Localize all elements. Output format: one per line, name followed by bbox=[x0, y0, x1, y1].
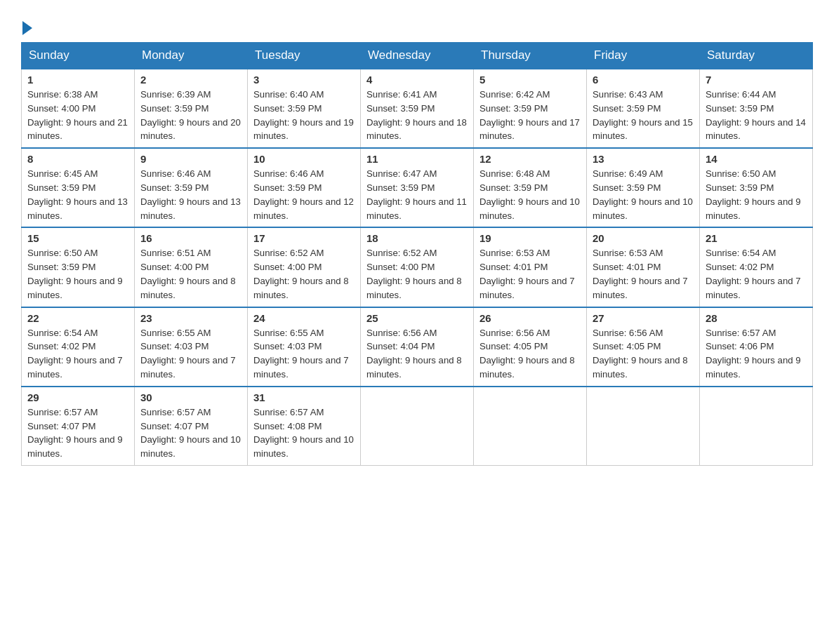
calendar-day-20: 20 Sunrise: 6:53 AMSunset: 4:01 PMDaylig… bbox=[587, 227, 700, 307]
day-number: 20 bbox=[593, 232, 694, 244]
calendar-header-sunday: Sunday bbox=[22, 43, 135, 69]
calendar-day-empty bbox=[587, 387, 700, 466]
page-header bbox=[21, 14, 813, 35]
calendar-day-10: 10 Sunrise: 6:46 AMSunset: 3:59 PMDaylig… bbox=[248, 148, 361, 227]
calendar-header-saturday: Saturday bbox=[700, 43, 813, 69]
day-number: 28 bbox=[706, 312, 807, 324]
day-info: Sunrise: 6:53 AMSunset: 4:01 PMDaylight:… bbox=[593, 248, 688, 300]
calendar-day-29: 29 Sunrise: 6:57 AMSunset: 4:07 PMDaylig… bbox=[22, 387, 135, 466]
day-number: 26 bbox=[479, 312, 581, 324]
day-number: 25 bbox=[366, 312, 468, 324]
day-info: Sunrise: 6:54 AMSunset: 4:02 PMDaylight:… bbox=[27, 328, 123, 380]
calendar-table: SundayMondayTuesdayWednesdayThursdayFrid… bbox=[21, 42, 813, 466]
calendar-day-24: 24 Sunrise: 6:55 AMSunset: 4:03 PMDaylig… bbox=[248, 307, 361, 387]
calendar-week-row-4: 22 Sunrise: 6:54 AMSunset: 4:02 PMDaylig… bbox=[22, 307, 813, 387]
calendar-header-monday: Monday bbox=[135, 43, 248, 69]
day-info: Sunrise: 6:42 AMSunset: 3:59 PMDaylight:… bbox=[479, 89, 580, 141]
calendar-day-8: 8 Sunrise: 6:45 AMSunset: 3:59 PMDayligh… bbox=[22, 148, 135, 227]
day-number: 2 bbox=[140, 74, 241, 86]
calendar-day-1: 1 Sunrise: 6:38 AMSunset: 4:00 PMDayligh… bbox=[22, 69, 135, 148]
calendar-day-9: 9 Sunrise: 6:46 AMSunset: 3:59 PMDayligh… bbox=[135, 148, 248, 227]
calendar-header-friday: Friday bbox=[587, 43, 700, 69]
day-number: 29 bbox=[27, 391, 128, 403]
calendar-day-31: 31 Sunrise: 6:57 AMSunset: 4:08 PMDaylig… bbox=[248, 387, 361, 466]
calendar-day-14: 14 Sunrise: 6:50 AMSunset: 3:59 PMDaylig… bbox=[700, 148, 813, 227]
calendar-day-11: 11 Sunrise: 6:47 AMSunset: 3:59 PMDaylig… bbox=[361, 148, 474, 227]
day-number: 9 bbox=[140, 153, 241, 165]
calendar-day-19: 19 Sunrise: 6:53 AMSunset: 4:01 PMDaylig… bbox=[474, 227, 587, 307]
calendar-header-tuesday: Tuesday bbox=[248, 43, 361, 69]
calendar-header-wednesday: Wednesday bbox=[361, 43, 474, 69]
day-number: 15 bbox=[27, 232, 128, 244]
calendar-day-5: 5 Sunrise: 6:42 AMSunset: 3:59 PMDayligh… bbox=[474, 69, 587, 148]
calendar-day-7: 7 Sunrise: 6:44 AMSunset: 3:59 PMDayligh… bbox=[700, 69, 813, 148]
calendar-day-21: 21 Sunrise: 6:54 AMSunset: 4:02 PMDaylig… bbox=[700, 227, 813, 307]
day-number: 7 bbox=[706, 74, 807, 86]
day-info: Sunrise: 6:43 AMSunset: 3:59 PMDaylight:… bbox=[593, 89, 693, 141]
calendar-day-empty bbox=[474, 387, 587, 466]
calendar-week-row-5: 29 Sunrise: 6:57 AMSunset: 4:07 PMDaylig… bbox=[22, 387, 813, 466]
logo bbox=[21, 21, 34, 35]
calendar-day-23: 23 Sunrise: 6:55 AMSunset: 4:03 PMDaylig… bbox=[135, 307, 248, 387]
calendar-day-empty bbox=[361, 387, 474, 466]
day-number: 13 bbox=[593, 153, 694, 165]
day-number: 23 bbox=[140, 312, 241, 324]
day-info: Sunrise: 6:56 AMSunset: 4:05 PMDaylight:… bbox=[479, 328, 575, 380]
day-number: 1 bbox=[27, 74, 128, 86]
day-info: Sunrise: 6:57 AMSunset: 4:07 PMDaylight:… bbox=[27, 407, 123, 459]
day-info: Sunrise: 6:57 AMSunset: 4:06 PMDaylight:… bbox=[706, 328, 801, 380]
day-info: Sunrise: 6:57 AMSunset: 4:07 PMDaylight:… bbox=[140, 407, 241, 459]
calendar-day-18: 18 Sunrise: 6:52 AMSunset: 4:00 PMDaylig… bbox=[361, 227, 474, 307]
calendar-day-28: 28 Sunrise: 6:57 AMSunset: 4:06 PMDaylig… bbox=[700, 307, 813, 387]
day-info: Sunrise: 6:47 AMSunset: 3:59 PMDaylight:… bbox=[366, 168, 467, 220]
day-number: 30 bbox=[140, 391, 241, 403]
day-info: Sunrise: 6:56 AMSunset: 4:05 PMDaylight:… bbox=[593, 328, 688, 380]
calendar-day-3: 3 Sunrise: 6:40 AMSunset: 3:59 PMDayligh… bbox=[248, 69, 361, 148]
day-info: Sunrise: 6:55 AMSunset: 4:03 PMDaylight:… bbox=[253, 328, 349, 380]
day-number: 18 bbox=[366, 232, 468, 244]
calendar-header-row: SundayMondayTuesdayWednesdayThursdayFrid… bbox=[22, 43, 813, 69]
day-info: Sunrise: 6:39 AMSunset: 3:59 PMDaylight:… bbox=[140, 89, 241, 141]
calendar-day-22: 22 Sunrise: 6:54 AMSunset: 4:02 PMDaylig… bbox=[22, 307, 135, 387]
day-number: 10 bbox=[253, 153, 355, 165]
day-number: 4 bbox=[366, 74, 468, 86]
calendar-day-4: 4 Sunrise: 6:41 AMSunset: 3:59 PMDayligh… bbox=[361, 69, 474, 148]
day-info: Sunrise: 6:50 AMSunset: 3:59 PMDaylight:… bbox=[27, 248, 123, 300]
day-number: 3 bbox=[253, 74, 355, 86]
day-info: Sunrise: 6:50 AMSunset: 3:59 PMDaylight:… bbox=[706, 168, 801, 220]
day-number: 8 bbox=[27, 153, 128, 165]
calendar-week-row-1: 1 Sunrise: 6:38 AMSunset: 4:00 PMDayligh… bbox=[22, 69, 813, 148]
day-info: Sunrise: 6:45 AMSunset: 3:59 PMDaylight:… bbox=[27, 168, 128, 220]
day-info: Sunrise: 6:52 AMSunset: 4:00 PMDaylight:… bbox=[366, 248, 462, 300]
day-number: 12 bbox=[479, 153, 581, 165]
day-number: 6 bbox=[593, 74, 694, 86]
day-info: Sunrise: 6:52 AMSunset: 4:00 PMDaylight:… bbox=[253, 248, 349, 300]
calendar-day-30: 30 Sunrise: 6:57 AMSunset: 4:07 PMDaylig… bbox=[135, 387, 248, 466]
calendar-week-row-2: 8 Sunrise: 6:45 AMSunset: 3:59 PMDayligh… bbox=[22, 148, 813, 227]
day-info: Sunrise: 6:53 AMSunset: 4:01 PMDaylight:… bbox=[479, 248, 575, 300]
day-number: 5 bbox=[479, 74, 581, 86]
day-info: Sunrise: 6:44 AMSunset: 3:59 PMDaylight:… bbox=[706, 89, 806, 141]
day-number: 11 bbox=[366, 153, 468, 165]
day-info: Sunrise: 6:46 AMSunset: 3:59 PMDaylight:… bbox=[140, 168, 241, 220]
calendar-day-16: 16 Sunrise: 6:51 AMSunset: 4:00 PMDaylig… bbox=[135, 227, 248, 307]
logo-arrow-icon bbox=[22, 21, 32, 35]
day-info: Sunrise: 6:55 AMSunset: 4:03 PMDaylight:… bbox=[140, 328, 236, 380]
day-number: 16 bbox=[140, 232, 241, 244]
day-info: Sunrise: 6:57 AMSunset: 4:08 PMDaylight:… bbox=[253, 407, 354, 459]
day-info: Sunrise: 6:48 AMSunset: 3:59 PMDaylight:… bbox=[479, 168, 580, 220]
day-number: 27 bbox=[593, 312, 694, 324]
day-number: 14 bbox=[706, 153, 807, 165]
calendar-day-25: 25 Sunrise: 6:56 AMSunset: 4:04 PMDaylig… bbox=[361, 307, 474, 387]
calendar-header-thursday: Thursday bbox=[474, 43, 587, 69]
calendar-day-12: 12 Sunrise: 6:48 AMSunset: 3:59 PMDaylig… bbox=[474, 148, 587, 227]
day-number: 24 bbox=[253, 312, 355, 324]
calendar-day-empty bbox=[700, 387, 813, 466]
day-number: 22 bbox=[27, 312, 128, 324]
calendar-day-13: 13 Sunrise: 6:49 AMSunset: 3:59 PMDaylig… bbox=[587, 148, 700, 227]
day-number: 17 bbox=[253, 232, 355, 244]
day-info: Sunrise: 6:40 AMSunset: 3:59 PMDaylight:… bbox=[253, 89, 354, 141]
day-number: 19 bbox=[479, 232, 581, 244]
calendar-day-6: 6 Sunrise: 6:43 AMSunset: 3:59 PMDayligh… bbox=[587, 69, 700, 148]
day-info: Sunrise: 6:51 AMSunset: 4:00 PMDaylight:… bbox=[140, 248, 236, 300]
